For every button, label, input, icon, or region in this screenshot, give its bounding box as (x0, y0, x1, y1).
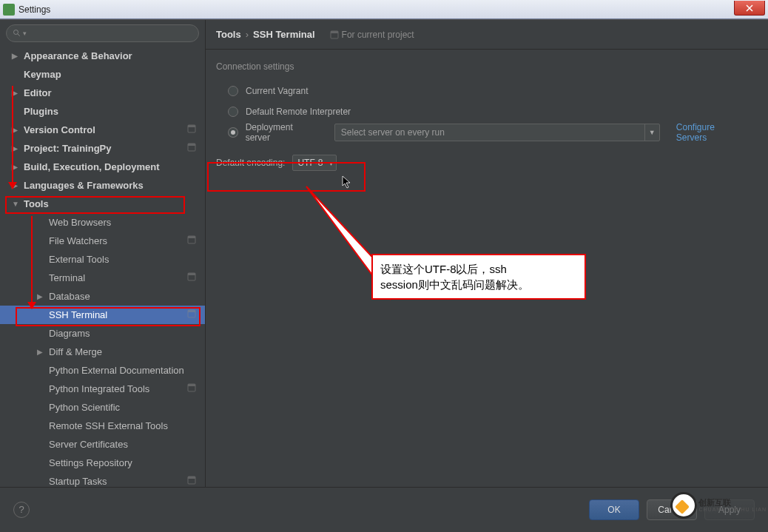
tree-item-label: Database (49, 291, 90, 302)
tree-arrow-icon (12, 144, 21, 152)
tree-item-server-certificates[interactable]: Server Certificates (0, 435, 205, 454)
tree-item-diagrams[interactable]: Diagrams (0, 324, 205, 343)
tree-item-tools[interactable]: Tools (0, 195, 205, 213)
tree-item-python-integrated-tools[interactable]: Python Integrated Tools (0, 380, 205, 398)
tree-item-python-scientific[interactable]: Python Scientific (0, 398, 205, 417)
tree-item-label: Server Certificates (49, 439, 128, 450)
tree-item-label: Diagrams (49, 328, 90, 339)
tree-item-plugins[interactable]: Plugins (0, 102, 205, 121)
tree-item-label: Project: TrainingPy (24, 143, 111, 154)
tree-item-diff-merge[interactable]: ▶Diff & Merge (0, 343, 205, 361)
svg-point-0 (14, 30, 18, 35)
tree-item-label: Startup Tasks (49, 476, 107, 487)
project-scope-icon (187, 235, 196, 246)
close-button[interactable] (734, 1, 765, 16)
tree-item-appearance-behavior[interactable]: Appearance & Behavior (0, 47, 205, 65)
tree-item-label: Terminal (49, 272, 85, 283)
window-title: Settings (18, 4, 50, 15)
tree-item-database[interactable]: ▶Database (0, 287, 205, 306)
tree-arrow-icon (12, 181, 21, 189)
svg-rect-13 (188, 384, 195, 386)
tree-arrow-icon (12, 200, 21, 208)
cancel-button[interactable]: Cancel (647, 499, 697, 520)
tree-item-keymap[interactable]: Keymap (0, 65, 205, 84)
tree-item-file-watchers[interactable]: File Watchers (0, 232, 205, 250)
tree-item-label: Diff & Merge (49, 346, 102, 357)
tree-arrow-icon (12, 89, 21, 97)
settings-tree: Appearance & BehaviorKeymapEditorPlugins… (0, 47, 205, 487)
content-pane: Tools › SSH Terminal For current project… (206, 20, 768, 487)
project-scope-icon (187, 383, 196, 394)
tree-item-label: SSH Terminal (49, 309, 107, 320)
tree-arrow-icon (12, 163, 21, 171)
project-scope-icon (187, 476, 196, 487)
tree-item-label: Build, Execution, Deployment (24, 161, 159, 172)
project-scope-icon (187, 309, 196, 320)
annotation-arrow (206, 20, 768, 331)
tree-item-label: Plugins (24, 106, 58, 117)
search-chevron-icon: ▾ (23, 30, 27, 37)
project-scope-icon (187, 272, 196, 283)
svg-line-1 (18, 34, 20, 36)
button-bar: ? OK Cancel Apply (0, 487, 768, 531)
svg-rect-9 (188, 273, 195, 275)
apply-button[interactable]: Apply (704, 499, 755, 520)
svg-rect-11 (188, 310, 195, 312)
search-icon (13, 29, 21, 38)
tree-item-label: Version Control (24, 124, 95, 135)
search-input[interactable]: ▾ (6, 24, 199, 42)
tree-item-remote-ssh-external-tools[interactable]: Remote SSH External Tools (0, 417, 205, 435)
tree-arrow-icon (12, 52, 21, 60)
svg-rect-3 (188, 125, 195, 127)
tree-arrow-icon: ▶ (37, 292, 46, 300)
tree-item-label: Python Integrated Tools (49, 383, 149, 394)
sidebar: ▾ Appearance & BehaviorKeymapEditorPlugi… (0, 20, 206, 487)
tree-item-label: Settings Repository (49, 457, 132, 468)
tree-item-python-external-documentation[interactable]: Python External Documentation (0, 361, 205, 380)
tree-item-editor[interactable]: Editor (0, 84, 205, 102)
app-icon (3, 4, 15, 16)
tree-arrow-icon: ▶ (37, 348, 46, 356)
ok-button[interactable]: OK (589, 499, 639, 520)
tree-item-build-execution-deployment[interactable]: Build, Execution, Deployment (0, 158, 205, 176)
tree-arrow-icon (12, 126, 21, 134)
tree-item-label: Languages & Frameworks (24, 180, 144, 191)
svg-rect-7 (188, 236, 195, 238)
tree-item-label: Keymap (24, 69, 61, 80)
tree-item-label: Appearance & Behavior (24, 50, 132, 61)
tree-item-label: Python Scientific (49, 402, 120, 413)
close-icon (746, 4, 753, 12)
project-scope-icon (187, 124, 196, 135)
tree-item-label: Web Browsers (49, 217, 111, 228)
main-container: ▾ Appearance & BehaviorKeymapEditorPlugi… (0, 19, 768, 487)
tree-item-label: Editor (24, 87, 52, 98)
tree-item-startup-tasks[interactable]: Startup Tasks (0, 472, 205, 487)
tree-item-ssh-terminal[interactable]: SSH Terminal (0, 306, 205, 324)
search-wrap: ▾ (0, 20, 205, 47)
tree-item-project-trainingpy[interactable]: Project: TrainingPy (0, 139, 205, 158)
project-scope-icon (187, 143, 196, 154)
tree-item-languages-frameworks[interactable]: Languages & Frameworks (0, 176, 205, 195)
svg-rect-15 (188, 477, 195, 479)
tree-item-terminal[interactable]: Terminal (0, 269, 205, 287)
svg-marker-18 (306, 186, 391, 300)
help-button[interactable]: ? (13, 502, 30, 518)
tree-item-web-browsers[interactable]: Web Browsers (0, 213, 205, 232)
tree-item-version-control[interactable]: Version Control (0, 121, 205, 139)
svg-rect-5 (188, 144, 195, 146)
titlebar: Settings (0, 0, 768, 19)
tree-item-label: Python External Documentation (49, 365, 184, 376)
tree-item-label: External Tools (49, 254, 109, 265)
tree-item-settings-repository[interactable]: Settings Repository (0, 454, 205, 472)
tree-item-label: Tools (24, 198, 49, 209)
tree-item-external-tools[interactable]: External Tools (0, 250, 205, 269)
tree-item-label: Remote SSH External Tools (49, 420, 168, 431)
tree-item-label: File Watchers (49, 235, 107, 246)
